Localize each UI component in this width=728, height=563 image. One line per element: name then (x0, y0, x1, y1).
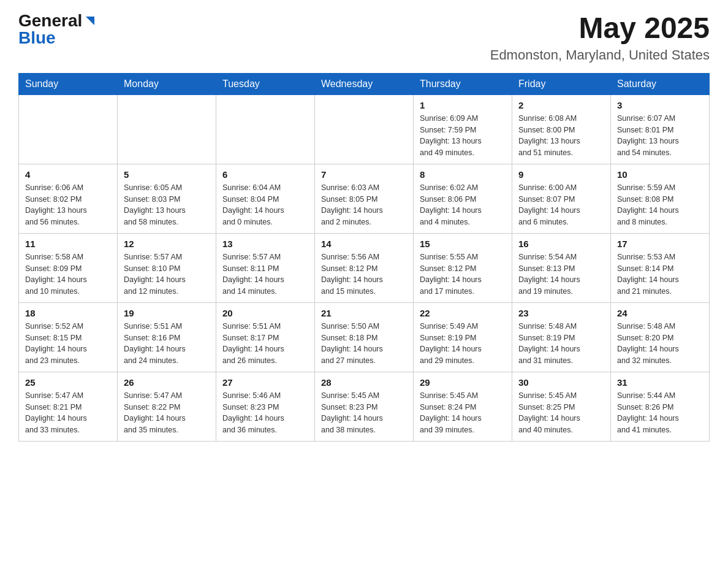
calendar-week-row: 11Sunrise: 5:58 AM Sunset: 8:09 PM Dayli… (19, 233, 710, 302)
day-number: 6 (222, 169, 308, 180)
calendar-cell: 9Sunrise: 6:00 AM Sunset: 8:07 PM Daylig… (512, 164, 611, 233)
day-number: 12 (124, 239, 210, 249)
weekday-header-saturday: Saturday (611, 73, 710, 94)
logo-general-text: General (18, 12, 82, 29)
calendar-week-row: 1Sunrise: 6:09 AM Sunset: 7:59 PM Daylig… (19, 94, 710, 164)
calendar-cell: 23Sunrise: 5:48 AM Sunset: 8:19 PM Dayli… (512, 302, 611, 372)
calendar-cell: 31Sunrise: 5:44 AM Sunset: 8:26 PM Dayli… (611, 372, 710, 441)
day-info: Sunrise: 6:07 AM Sunset: 8:01 PM Dayligh… (617, 113, 703, 159)
calendar-cell: 20Sunrise: 5:51 AM Sunset: 8:17 PM Dayli… (216, 302, 315, 372)
weekday-header-monday: Monday (118, 73, 216, 94)
day-info: Sunrise: 5:54 AM Sunset: 8:13 PM Dayligh… (518, 251, 604, 297)
day-number: 17 (617, 239, 703, 249)
calendar-cell: 29Sunrise: 5:45 AM Sunset: 8:24 PM Dayli… (414, 372, 512, 441)
weekday-header-friday: Friday (512, 73, 611, 94)
calendar-cell: 18Sunrise: 5:52 AM Sunset: 8:15 PM Dayli… (19, 302, 118, 372)
logo: General Blue (18, 12, 97, 47)
calendar-cell: 25Sunrise: 5:47 AM Sunset: 8:21 PM Dayli… (19, 372, 118, 441)
day-info: Sunrise: 5:45 AM Sunset: 8:25 PM Dayligh… (518, 390, 604, 436)
calendar-cell: 16Sunrise: 5:54 AM Sunset: 8:13 PM Dayli… (512, 233, 611, 302)
calendar-cell: 2Sunrise: 6:08 AM Sunset: 8:00 PM Daylig… (512, 94, 611, 164)
calendar-cell: 19Sunrise: 5:51 AM Sunset: 8:16 PM Dayli… (118, 302, 216, 372)
calendar-cell: 6Sunrise: 6:04 AM Sunset: 8:04 PM Daylig… (216, 164, 315, 233)
day-number: 3 (617, 100, 703, 110)
calendar-cell: 12Sunrise: 5:57 AM Sunset: 8:10 PM Dayli… (118, 233, 216, 302)
calendar-cell (216, 94, 315, 164)
day-number: 25 (25, 377, 111, 388)
day-info: Sunrise: 5:44 AM Sunset: 8:26 PM Dayligh… (617, 390, 703, 436)
day-number: 20 (222, 308, 308, 318)
day-info: Sunrise: 5:51 AM Sunset: 8:17 PM Dayligh… (222, 321, 308, 367)
calendar-cell: 27Sunrise: 5:46 AM Sunset: 8:23 PM Dayli… (216, 372, 315, 441)
day-info: Sunrise: 5:47 AM Sunset: 8:22 PM Dayligh… (124, 390, 210, 436)
day-info: Sunrise: 5:55 AM Sunset: 8:12 PM Dayligh… (420, 251, 506, 297)
day-number: 23 (518, 308, 604, 318)
logo-arrow-icon (83, 14, 97, 28)
day-number: 5 (124, 169, 210, 180)
calendar-cell: 24Sunrise: 5:48 AM Sunset: 8:20 PM Dayli… (611, 302, 710, 372)
day-number: 10 (617, 169, 703, 180)
month-title: May 2025 (490, 12, 710, 45)
weekday-header-sunday: Sunday (19, 73, 118, 94)
calendar-cell: 4Sunrise: 6:06 AM Sunset: 8:02 PM Daylig… (19, 164, 118, 233)
day-number: 26 (124, 377, 210, 388)
calendar-cell: 3Sunrise: 6:07 AM Sunset: 8:01 PM Daylig… (611, 94, 710, 164)
day-number: 9 (518, 169, 604, 180)
day-info: Sunrise: 5:45 AM Sunset: 8:23 PM Dayligh… (321, 390, 407, 436)
calendar-cell: 14Sunrise: 5:56 AM Sunset: 8:12 PM Dayli… (315, 233, 414, 302)
day-number: 29 (420, 377, 506, 388)
day-info: Sunrise: 5:48 AM Sunset: 8:20 PM Dayligh… (617, 321, 703, 367)
day-number: 24 (617, 308, 703, 318)
day-number: 4 (25, 169, 111, 180)
calendar-cell: 17Sunrise: 5:53 AM Sunset: 8:14 PM Dayli… (611, 233, 710, 302)
day-number: 15 (420, 239, 506, 249)
calendar-week-row: 25Sunrise: 5:47 AM Sunset: 8:21 PM Dayli… (19, 372, 710, 441)
day-info: Sunrise: 6:09 AM Sunset: 7:59 PM Dayligh… (420, 113, 506, 159)
day-info: Sunrise: 5:57 AM Sunset: 8:11 PM Dayligh… (222, 251, 308, 297)
day-number: 7 (321, 169, 407, 180)
day-info: Sunrise: 6:06 AM Sunset: 8:02 PM Dayligh… (25, 182, 111, 228)
calendar-cell (19, 94, 118, 164)
day-info: Sunrise: 5:52 AM Sunset: 8:15 PM Dayligh… (25, 321, 111, 367)
day-number: 30 (518, 377, 604, 388)
day-info: Sunrise: 6:00 AM Sunset: 8:07 PM Dayligh… (518, 182, 604, 228)
calendar-header-row: SundayMondayTuesdayWednesdayThursdayFrid… (19, 73, 710, 94)
calendar-cell: 21Sunrise: 5:50 AM Sunset: 8:18 PM Dayli… (315, 302, 414, 372)
calendar-cell: 1Sunrise: 6:09 AM Sunset: 7:59 PM Daylig… (414, 94, 512, 164)
day-number: 16 (518, 239, 604, 249)
calendar-cell: 8Sunrise: 6:02 AM Sunset: 8:06 PM Daylig… (414, 164, 512, 233)
calendar-week-row: 4Sunrise: 6:06 AM Sunset: 8:02 PM Daylig… (19, 164, 710, 233)
weekday-header-thursday: Thursday (414, 73, 512, 94)
calendar-cell: 30Sunrise: 5:45 AM Sunset: 8:25 PM Dayli… (512, 372, 611, 441)
day-info: Sunrise: 6:08 AM Sunset: 8:00 PM Dayligh… (518, 113, 604, 159)
calendar-table: SundayMondayTuesdayWednesdayThursdayFrid… (18, 73, 710, 442)
day-info: Sunrise: 5:47 AM Sunset: 8:21 PM Dayligh… (25, 390, 111, 436)
day-info: Sunrise: 6:05 AM Sunset: 8:03 PM Dayligh… (124, 182, 210, 228)
day-info: Sunrise: 5:57 AM Sunset: 8:10 PM Dayligh… (124, 251, 210, 297)
svg-marker-0 (86, 17, 94, 25)
calendar-cell: 13Sunrise: 5:57 AM Sunset: 8:11 PM Dayli… (216, 233, 315, 302)
day-number: 1 (420, 100, 506, 110)
logo-blue-text: Blue (18, 28, 56, 47)
day-info: Sunrise: 5:56 AM Sunset: 8:12 PM Dayligh… (321, 251, 407, 297)
calendar-cell (118, 94, 216, 164)
day-info: Sunrise: 5:46 AM Sunset: 8:23 PM Dayligh… (222, 390, 308, 436)
day-number: 2 (518, 100, 604, 110)
calendar-week-row: 18Sunrise: 5:52 AM Sunset: 8:15 PM Dayli… (19, 302, 710, 372)
location-title: Edmonston, Maryland, United States (490, 47, 710, 63)
day-number: 13 (222, 239, 308, 249)
day-info: Sunrise: 5:59 AM Sunset: 8:08 PM Dayligh… (617, 182, 703, 228)
calendar-cell: 7Sunrise: 6:03 AM Sunset: 8:05 PM Daylig… (315, 164, 414, 233)
weekday-header-tuesday: Tuesday (216, 73, 315, 94)
day-info: Sunrise: 5:53 AM Sunset: 8:14 PM Dayligh… (617, 251, 703, 297)
calendar-cell: 15Sunrise: 5:55 AM Sunset: 8:12 PM Dayli… (414, 233, 512, 302)
day-info: Sunrise: 5:45 AM Sunset: 8:24 PM Dayligh… (420, 390, 506, 436)
day-info: Sunrise: 5:50 AM Sunset: 8:18 PM Dayligh… (321, 321, 407, 367)
day-info: Sunrise: 5:48 AM Sunset: 8:19 PM Dayligh… (518, 321, 604, 367)
day-number: 14 (321, 239, 407, 249)
calendar-cell (315, 94, 414, 164)
day-number: 19 (124, 308, 210, 318)
day-info: Sunrise: 6:02 AM Sunset: 8:06 PM Dayligh… (420, 182, 506, 228)
calendar-cell: 11Sunrise: 5:58 AM Sunset: 8:09 PM Dayli… (19, 233, 118, 302)
page-header: General Blue May 2025 Edmonston, Marylan… (18, 12, 710, 63)
